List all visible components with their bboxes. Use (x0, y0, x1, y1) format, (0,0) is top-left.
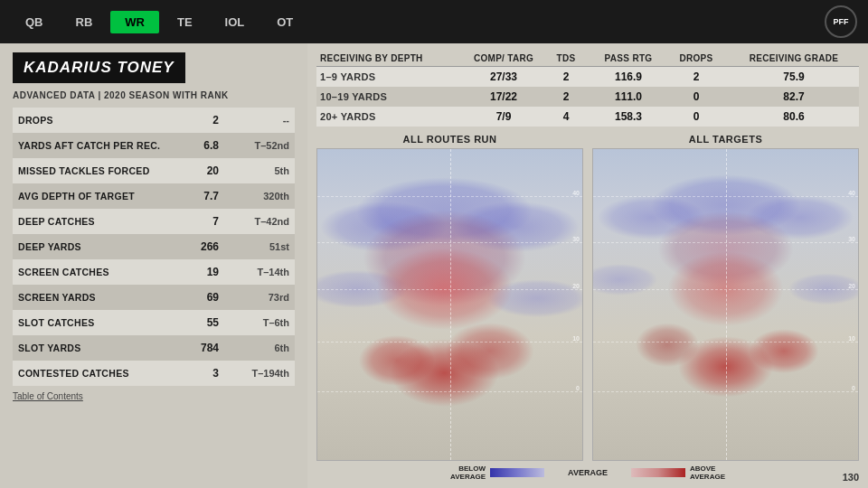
above-average-label: ABOVE AVERAGE (690, 465, 725, 481)
tds-20plus: 4 (539, 107, 593, 127)
table-of-contents-link[interactable]: Table of Contents (13, 391, 295, 401)
table-row: DEEP YARDS 266 51st (13, 234, 295, 259)
tab-qb[interactable]: QB (11, 11, 58, 33)
stat-name-screen-catches: SCREEN CATCHES (13, 259, 168, 285)
tab-wr[interactable]: WR (110, 11, 159, 33)
comp-targ-1-9: 27/33 (468, 67, 539, 88)
stat-name-yac: YARDS AFT CATCH PER REC. (13, 133, 168, 158)
table-row: DEEP CATCHES 7 T–42nd (13, 209, 295, 234)
routes-heatmap-box: 40 30 20 10 0 (316, 148, 583, 461)
stat-rank-deep-yards: 51st (224, 234, 295, 259)
stat-value-contested-catches: 3 (168, 361, 224, 386)
drops-10-19: 0 (664, 87, 729, 107)
table-row: SCREEN YARDS 69 73rd (13, 285, 295, 310)
tab-ot[interactable]: OT (262, 11, 307, 33)
stat-value-screen-catches: 19 (168, 259, 224, 285)
stat-name-adot: AVG DEPTH OF TARGET (13, 183, 168, 209)
player-name: KADARIUS TONEY (24, 59, 175, 76)
grade-10-19: 82.7 (729, 87, 859, 107)
stat-rank-mtf: 5th (224, 158, 295, 183)
stat-rank-drops: -- (224, 108, 295, 133)
depth-1-9: 1–9 YARDS (316, 67, 468, 88)
stat-rank-slot-yards: 6th (224, 335, 295, 361)
receiving-row-1-9: 1–9 YARDS 27/33 2 116.9 2 75.9 (316, 67, 859, 88)
stat-rank-slot-catches: T–6th (224, 310, 295, 335)
table-row: SLOT YARDS 784 6th (13, 335, 295, 361)
stat-value-drops: 2 (168, 108, 224, 133)
pass-rtg-1-9: 116.9 (593, 67, 664, 88)
targets-heatmap-visual (593, 149, 858, 460)
right-panel: RECEIVING BY DEPTH COMP/ TARG TDs PASS R… (307, 43, 868, 488)
heatmaps-row: ALL ROUTES RUN 40 30 20 (316, 134, 859, 461)
stat-value-yac: 6.8 (168, 133, 224, 158)
pass-rtg-10-19: 111.0 (593, 87, 664, 107)
stat-rank-screen-catches: T–14th (224, 259, 295, 285)
stat-name-slot-catches: SLOT CATCHES (13, 310, 168, 335)
legend-row: BELOW AVERAGE AVERAGE ABOVE AVERAGE (316, 465, 859, 481)
targets-heatmap-box: 40 30 20 10 0 (592, 148, 859, 461)
stat-name-mtf: MISSED TACKLES FORCED (13, 158, 168, 183)
section-title: ADVANCED DATA | 2020 SEASON WITH RANK (13, 90, 295, 100)
advanced-stats-table: DROPS 2 -- YARDS AFT CATCH PER REC. 6.8 … (13, 108, 295, 386)
table-row: MISSED TACKLES FORCED 20 5th (13, 158, 295, 183)
receiving-row-10-19: 10–19 YARDS 17/22 2 111.0 0 82.7 (316, 87, 859, 107)
stat-value-slot-catches: 55 (168, 310, 224, 335)
stat-value-screen-yards: 69 (168, 285, 224, 310)
col-header-grade: RECEIVING GRADE (729, 51, 859, 67)
col-header-tds: TDs (539, 51, 593, 67)
pass-rtg-20plus: 158.3 (593, 107, 664, 127)
right-legend: ABOVE AVERAGE (624, 465, 859, 481)
tab-te[interactable]: TE (163, 11, 207, 33)
table-row: SCREEN CATCHES 19 T–14th (13, 259, 295, 285)
receiving-depth-table: RECEIVING BY DEPTH COMP/ TARG TDs PASS R… (316, 51, 859, 127)
stat-value-slot-yards: 784 (168, 335, 224, 361)
stat-name-drops: DROPS (13, 108, 168, 133)
stat-name-deep-catches: DEEP CATCHES (13, 209, 168, 234)
comp-targ-20plus: 7/9 (468, 107, 539, 127)
drops-20plus: 0 (664, 107, 729, 127)
receiving-row-20plus: 20+ YARDS 7/9 4 158.3 0 80.6 (316, 107, 859, 127)
stat-value-deep-catches: 7 (168, 209, 224, 234)
position-tabs: QB RB WR TE IOL OT (11, 11, 307, 33)
col-header-comp-targ: COMP/ TARG (468, 51, 539, 67)
grade-1-9: 75.9 (729, 67, 859, 88)
stat-rank-contested-catches: T–194th (224, 361, 295, 386)
routes-heatmap-container: ALL ROUTES RUN 40 30 20 (316, 134, 583, 461)
table-row: AVG DEPTH OF TARGET 7.7 320th (13, 183, 295, 209)
targets-heatmap-container: ALL TARGETS 40 30 20 (592, 134, 859, 461)
table-row: CONTESTED CATCHES 3 T–194th (13, 361, 295, 386)
stat-rank-adot: 320th (224, 183, 295, 209)
top-navigation: QB RB WR TE IOL OT PFF (0, 0, 868, 43)
pff-logo: PFF (825, 5, 857, 38)
routes-heatmap-visual (317, 149, 582, 460)
stat-value-deep-yards: 266 (168, 234, 224, 259)
below-average-label: BELOW AVERAGE (450, 465, 486, 481)
tab-rb[interactable]: RB (61, 11, 108, 33)
depth-10-19: 10–19 YARDS (316, 87, 468, 107)
col-header-depth: RECEIVING BY DEPTH (316, 51, 468, 67)
page-container: QB RB WR TE IOL OT PFF KADARIUS TONEY AD… (0, 0, 868, 488)
tds-1-9: 2 (539, 67, 593, 88)
tab-iol[interactable]: IOL (211, 11, 259, 33)
table-row: DROPS 2 -- (13, 108, 295, 133)
targets-heatmap-title: ALL TARGETS (592, 134, 859, 145)
tds-10-19: 2 (539, 87, 593, 107)
stat-name-screen-yards: SCREEN YARDS (13, 285, 168, 310)
stat-rank-yac: T–52nd (224, 133, 295, 158)
stat-value-adot: 7.7 (168, 183, 224, 209)
col-header-pass-rtg: PASS RTG (593, 51, 664, 67)
comp-targ-10-19: 17/22 (468, 87, 539, 107)
grade-20plus: 80.6 (729, 107, 859, 127)
player-name-box: KADARIUS TONEY (13, 52, 185, 83)
stat-rank-screen-yards: 73rd (224, 285, 295, 310)
stat-rank-deep-catches: T–42nd (224, 209, 295, 234)
table-row: SLOT CATCHES 55 T–6th (13, 310, 295, 335)
routes-heatmap-title: ALL ROUTES RUN (316, 134, 583, 145)
below-average-bar (490, 468, 544, 477)
left-panel: KADARIUS TONEY ADVANCED DATA | 2020 SEAS… (0, 43, 307, 488)
main-content: KADARIUS TONEY ADVANCED DATA | 2020 SEAS… (0, 43, 868, 488)
depth-20plus: 20+ YARDS (316, 107, 468, 127)
page-number: 130 (843, 472, 859, 483)
drops-1-9: 2 (664, 67, 729, 88)
stat-name-deep-yards: DEEP YARDS (13, 234, 168, 259)
